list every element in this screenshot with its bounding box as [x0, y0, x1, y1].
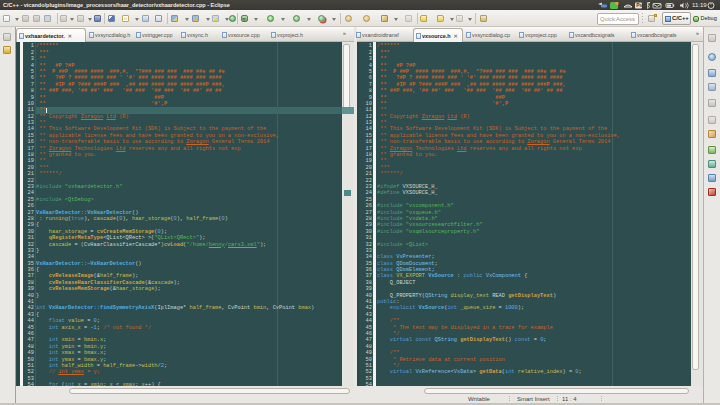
svg-text:Ps: Ps	[636, 2, 642, 8]
